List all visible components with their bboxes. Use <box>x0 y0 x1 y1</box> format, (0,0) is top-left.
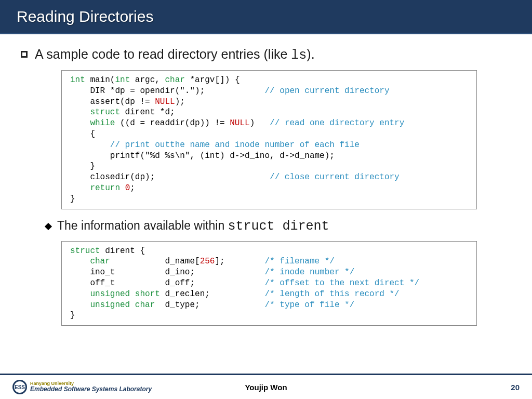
lab-name: Embedded Software Systems Laboratory <box>30 386 152 393</box>
logo-text: Hanyang University Embedded Software Sys… <box>30 381 152 393</box>
square-bullet-icon <box>21 51 28 58</box>
bullet-prefix: A sample code to read directory entries … <box>35 47 291 61</box>
diamond-bullet-icon <box>45 222 52 230</box>
bullet-text: A sample code to read directory entries … <box>35 47 315 63</box>
sub-bullet-prefix: The information available within <box>57 219 228 232</box>
code-block-main: int main(int argc, char *argv[]) { DIR *… <box>61 70 477 209</box>
logo-icon: ESS <box>12 380 27 394</box>
sub-bullet-item: The information available within struct … <box>46 219 511 234</box>
slide: Reading Directories A sample code to rea… <box>0 0 532 399</box>
bullet-item: A sample code to read directory entries … <box>21 47 511 63</box>
slide-title: Reading Directories <box>17 8 153 25</box>
slide-body: A sample code to read directory entries … <box>0 34 532 326</box>
sub-bullet-text: The information available within struct … <box>57 219 329 234</box>
author-name: Youjip Won <box>245 383 287 392</box>
sub-bullet-mono: struct dirent <box>228 219 329 234</box>
footer: ESS Hanyang University Embedded Software… <box>0 375 532 399</box>
logo: ESS Hanyang University Embedded Software… <box>12 380 152 394</box>
bullet-mono: ls <box>291 48 307 63</box>
bullet-suffix: ). <box>307 47 314 61</box>
title-band: Reading Directories <box>0 0 532 34</box>
code-block-struct: struct dirent { char d_name[256]; /* fil… <box>61 241 477 326</box>
page-number: 20 <box>511 383 520 392</box>
